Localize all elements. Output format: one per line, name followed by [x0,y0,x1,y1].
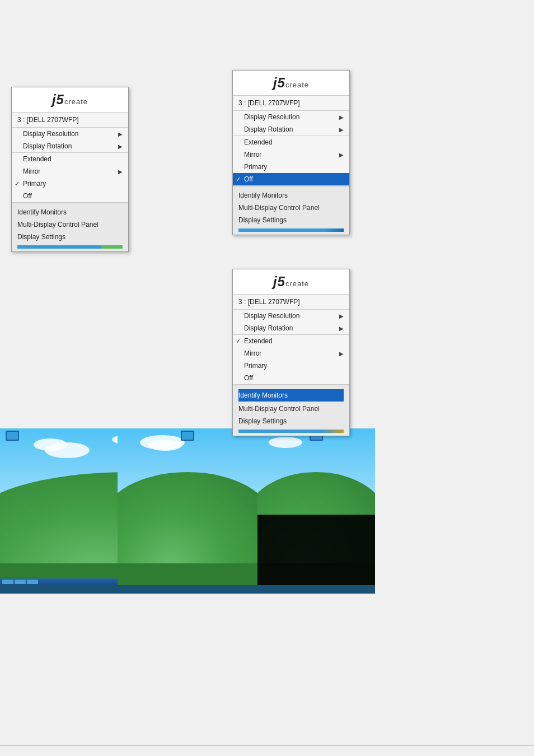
context-menu-2: j5create 3 : [DELL 2707WFP] Display Reso… [232,70,350,235]
display-rotation-3[interactable]: Display Rotation ▶ [233,322,349,334]
mirror-1[interactable]: Mirror ▶ [12,165,128,178]
menu-bottom-2: Identify Monitors Multi-Display Control … [233,186,349,235]
create-text-1: create [64,97,88,106]
off-1[interactable]: Off [12,190,128,202]
cloud-8 [148,440,182,451]
primary-3[interactable]: Primary [233,360,349,372]
desktop-area [0,428,375,594]
extended-1[interactable]: Extended [12,153,128,165]
arrow-icon-1: ▶ [118,131,123,137]
multi-display-2[interactable]: Multi-Display Control Panel [238,202,344,214]
menu-header-3: j5create [233,269,349,295]
context-menu-1: j5create 3 : [DELL 2707WFP] Display Reso… [11,87,129,252]
extended-2[interactable]: Extended [233,136,349,148]
cloud-2 [45,442,90,458]
menu-bottom-1: Identify Monitors Multi-Display Control … [12,203,128,251]
primary-1[interactable]: ✓ Primary [12,178,128,190]
menu-bottom-bar-3 [238,430,344,433]
identify-monitors-3[interactable]: Identify Monitors [238,389,344,402]
menu-header-1: j5create [12,87,128,113]
device-label-2: 3 : [DELL 2707WFP] [233,96,349,111]
bliss-bg-middle [118,428,257,585]
device-label-3: 3 : [DELL 2707WFP] [233,295,349,310]
dark-overlay [257,515,375,585]
monitor-icon-1 [6,431,19,441]
bliss-hill-middle [118,472,257,566]
display-rotation-1[interactable]: Display Rotation ▶ [12,140,128,152]
desktop-screen-2 [257,428,375,585]
menu-section-mode-1: Extended Mirror ▶ ✓ Primary Off [12,153,128,203]
display-rotation-2[interactable]: Display Rotation ▶ [233,123,349,136]
cloud-6 [269,437,302,448]
create-text-2: create [285,81,309,89]
j5-logo-1: j5 [52,92,64,107]
j5-logo-2: j5 [273,75,285,90]
display-settings-1[interactable]: Display Settings [17,231,123,243]
extended-3[interactable]: ✓ Extended [233,335,349,347]
menu-bottom-bar-1 [17,245,123,249]
menu-section-display-1: Display Resolution ▶ Display Rotation ▶ [12,128,128,153]
device-label-1: 3 : [DELL 2707WFP] [12,113,128,128]
arrow-icon-6: ▶ [339,152,344,158]
mirror-3[interactable]: Mirror ▶ [233,347,349,360]
menu-section-display-3: Display Resolution ▶ Display Rotation ▶ [233,310,349,335]
display-resolution-1[interactable]: Display Resolution ▶ [12,128,128,140]
menu-header-2: j5create [233,71,349,96]
taskbar-btn-2 [15,580,26,584]
bliss-bg-2 [257,428,375,585]
taskbar-btn-3 [27,580,38,584]
taskbar-btn-1 [2,580,13,584]
menu-section-display-2: Display Resolution ▶ Display Rotation ▶ [233,111,349,136]
primary-2[interactable]: Primary [233,161,349,173]
arrow-icon-2: ▶ [118,143,123,150]
multi-display-3[interactable]: Multi-Display Control Panel [238,403,344,415]
display-settings-3[interactable]: Display Settings [238,415,344,427]
arrow-icon-3: ▶ [118,169,123,175]
create-text-3: create [285,279,309,288]
checkmark-icon-1: ✓ [15,180,20,188]
menu-section-mode-3: ✓ Extended Mirror ▶ Primary Off [233,335,349,385]
display-resolution-2[interactable]: Display Resolution ▶ [233,111,349,123]
arrow-icon-9: ▶ [339,351,344,357]
menu-section-mode-2: Extended Mirror ▶ Primary ✓ Off [233,136,349,186]
checkmark-icon-3: ✓ [236,338,241,345]
arrow-icon-4: ▶ [339,114,344,120]
j5-logo-3: j5 [273,274,285,289]
mirror-2[interactable]: Mirror ▶ [233,148,349,161]
monitor-icon-middle [181,431,194,441]
identify-monitors-2[interactable]: Identify Monitors [238,189,344,202]
bottom-separator [0,745,534,746]
menu-bottom-3: Identify Monitors Multi-Display Control … [233,385,349,436]
arrow-icon-7: ▶ [339,313,344,319]
off-2[interactable]: ✓ Off [233,173,349,185]
menu-bottom-bar-2 [238,228,344,232]
desktop-screen-middle [118,428,257,585]
display-resolution-3[interactable]: Display Resolution ▶ [233,310,349,322]
off-3[interactable]: Off [233,372,349,384]
multi-display-1[interactable]: Multi-Display Control Panel [17,218,123,231]
arrow-icon-5: ▶ [339,127,344,133]
identify-monitors-1[interactable]: Identify Monitors [17,206,123,218]
bliss-ground-middle [118,563,257,585]
checkmark-icon-2: ✓ [236,176,241,183]
arrow-icon-8: ▶ [339,325,344,332]
display-settings-2[interactable]: Display Settings [238,214,344,226]
context-menu-3: j5create 3 : [DELL 2707WFP] Display Reso… [232,269,350,436]
